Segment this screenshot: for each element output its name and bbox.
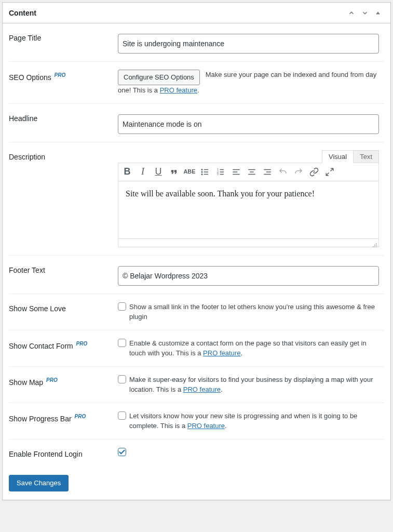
pro-feature-link[interactable]: PRO feature <box>160 86 197 94</box>
svg-line-22 <box>331 168 333 171</box>
tab-text[interactable]: Text <box>353 150 379 163</box>
page-title-input[interactable] <box>118 34 379 54</box>
svg-point-29 <box>376 246 377 247</box>
align-left-icon <box>232 167 241 177</box>
editor-toolbar: B I U ABE 123 <box>118 163 378 181</box>
grip-icon <box>372 243 377 248</box>
configure-seo-button[interactable]: Configure SEO Options <box>118 70 200 85</box>
label-progress-bar: Show Progress Bar PRO <box>9 403 113 439</box>
show-love-checkbox[interactable] <box>118 302 126 311</box>
label-show-map: Show Map PRO <box>9 366 113 403</box>
pro-feature-link[interactable]: PRO feature <box>187 422 225 430</box>
panel-actions <box>345 7 384 19</box>
svg-point-4 <box>201 169 202 170</box>
label-seo-options: SEO Options PRO <box>9 62 113 104</box>
submit-area: Save Changes <box>9 469 384 494</box>
bold-button[interactable]: B <box>119 164 135 180</box>
editor-resize-handle[interactable] <box>372 241 377 246</box>
row-seo-options: SEO Options PRO Configure SEO Options Ma… <box>9 62 384 104</box>
redo-icon <box>294 167 303 177</box>
label-frontend-login: Enable Frontend Login <box>9 439 113 469</box>
tab-visual[interactable]: Visual <box>322 150 354 163</box>
content-panel: Content Page Title SEO O <box>2 2 391 500</box>
chevron-up-icon <box>348 9 355 17</box>
progress-bar-description: Let visitors know how your new site is p… <box>129 411 379 431</box>
show-map-option[interactable]: Make it super-easy for visitors to find … <box>118 375 379 395</box>
number-list-button[interactable]: 123 <box>213 164 228 180</box>
panel-title: Content <box>9 9 36 17</box>
link-button[interactable] <box>306 164 322 180</box>
row-page-title: Page Title <box>9 23 384 62</box>
blockquote-button[interactable] <box>166 164 182 180</box>
progress-bar-option[interactable]: Let visitors know how your new site is p… <box>118 411 379 431</box>
align-right-button[interactable] <box>260 164 275 180</box>
expand-icon <box>325 167 334 177</box>
show-map-description: Make it super-easy for visitors to find … <box>129 375 379 395</box>
frontend-login-checkbox[interactable] <box>118 448 126 456</box>
list-ul-icon <box>200 167 210 177</box>
italic-button[interactable]: I <box>135 164 151 180</box>
align-right-icon <box>263 167 272 177</box>
save-changes-button[interactable]: Save Changes <box>9 475 69 491</box>
pro-badge: PRO <box>75 414 86 419</box>
move-down-button[interactable] <box>358 7 372 19</box>
contact-form-description: Enable & customize a contact form on the… <box>129 338 379 358</box>
label-show-love: Show Some Love <box>9 294 113 330</box>
footer-text-input[interactable] <box>118 266 379 286</box>
show-map-checkbox[interactable] <box>118 375 126 383</box>
pro-badge: PRO <box>46 377 58 383</box>
move-up-button[interactable] <box>345 7 358 19</box>
row-headline: Headline <box>9 103 384 142</box>
contact-form-option[interactable]: Enable & customize a contact form on the… <box>118 338 379 358</box>
redo-button[interactable] <box>291 164 306 180</box>
svg-point-6 <box>201 174 202 175</box>
pro-badge: PRO <box>55 72 66 78</box>
editor-tabs: Visual Text <box>118 150 379 163</box>
label-headline: Headline <box>9 103 113 142</box>
row-progress-bar: Show Progress Bar PRO Let visitors know … <box>9 403 384 439</box>
description-editor[interactable]: Site will be available soon. Thank you f… <box>118 181 378 238</box>
panel-body: Page Title SEO Options PRO Configure SEO… <box>3 23 390 500</box>
align-left-button[interactable] <box>228 164 244 180</box>
caret-up-icon <box>375 10 381 16</box>
label-page-title: Page Title <box>9 23 113 62</box>
align-center-button[interactable] <box>244 164 260 180</box>
svg-point-5 <box>201 171 202 172</box>
show-love-description: Show a small link in the footer to let o… <box>129 302 379 322</box>
pro-feature-link[interactable]: PRO feature <box>203 349 240 357</box>
pro-feature-link[interactable]: PRO feature <box>183 385 221 393</box>
svg-point-24 <box>376 243 377 244</box>
label-footer-text: Footer Text <box>9 255 113 294</box>
editor-statusbar <box>118 238 378 247</box>
chevron-down-icon <box>361 9 369 17</box>
settings-table: Page Title SEO Options PRO Configure SEO… <box>9 23 384 469</box>
label-contact-form: Show Contact Form PRO <box>9 330 113 366</box>
row-contact-form: Show Contact Form PRO Enable & customize… <box>9 330 384 366</box>
undo-icon <box>278 167 288 177</box>
contact-form-checkbox[interactable] <box>118 339 126 347</box>
list-ol-icon: 123 <box>216 167 225 177</box>
headline-input[interactable] <box>118 114 379 134</box>
strike-button[interactable]: ABE <box>182 164 197 180</box>
row-frontend-login: Enable Frontend Login <box>9 439 384 469</box>
fullscreen-button[interactable] <box>322 164 337 180</box>
row-footer-text: Footer Text <box>9 255 384 294</box>
link-icon <box>309 167 319 177</box>
svg-point-27 <box>373 246 374 247</box>
row-description: Description Visual Text B I U <box>9 142 384 255</box>
svg-point-25 <box>374 245 375 246</box>
svg-point-26 <box>376 245 377 246</box>
undo-button[interactable] <box>275 164 291 180</box>
row-show-map: Show Map PRO Make it super-easy for visi… <box>9 366 384 403</box>
pro-badge: PRO <box>76 341 88 347</box>
underline-button[interactable]: U <box>151 164 166 180</box>
show-love-option[interactable]: Show a small link in the footer to let o… <box>118 302 379 322</box>
svg-text:3: 3 <box>217 173 219 176</box>
svg-line-23 <box>326 172 329 175</box>
label-description: Description <box>9 142 113 255</box>
editor-container: B I U ABE 123 <box>118 163 379 247</box>
progress-bar-checkbox[interactable] <box>118 411 126 420</box>
bullet-list-button[interactable] <box>197 164 213 180</box>
align-center-icon <box>247 167 256 177</box>
toggle-panel-button[interactable] <box>372 8 384 18</box>
